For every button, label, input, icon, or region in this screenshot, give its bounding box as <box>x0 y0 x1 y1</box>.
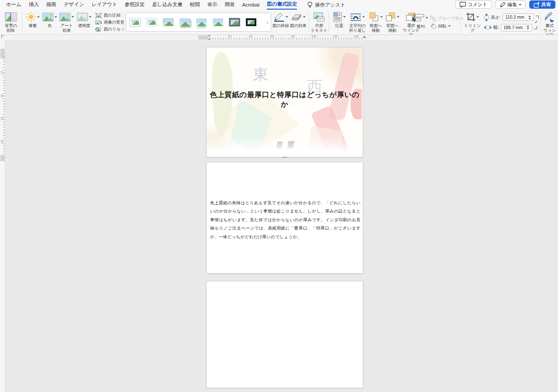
tell-me-assist[interactable]: 操作アシスト <box>307 1 345 8</box>
comments-button[interactable]: コメント <box>455 0 492 9</box>
tab-mailings[interactable]: 差し込み文書 <box>152 0 183 9</box>
share-label: 共有 <box>541 1 551 8</box>
page-3[interactable] <box>206 281 363 388</box>
chevron-down-icon <box>89 16 92 18</box>
lock-aspect-ratio-check[interactable]: ✓ <box>534 20 538 24</box>
ruler-margin-block <box>0 155 5 161</box>
shape-height-icon <box>484 14 489 21</box>
height-label: 高さ: <box>491 14 501 20</box>
document-canvas[interactable]: 20 40 60 80 ↓ 東 西 色上質紙の最厚口と特厚口はどっちが厚いのか <box>0 40 558 392</box>
artistic-effects-label: アート 効果 <box>61 24 73 33</box>
chevron-down-icon <box>303 16 306 18</box>
picture-style-soft-edge[interactable] <box>211 17 225 28</box>
align-button[interactable]: 整列 <box>413 12 428 29</box>
bring-forward-label: 前面へ 移動 <box>370 24 382 33</box>
tab-references[interactable]: 参照設定 <box>125 0 145 9</box>
tab-selector-icon[interactable] <box>1 35 4 38</box>
tab-insert[interactable]: 挿入 <box>29 0 39 9</box>
group-rotate-stack: グループ化 回転 <box>430 13 463 31</box>
tab-draw[interactable]: 描画 <box>46 0 56 9</box>
titlebar-actions: コメント 編集 共有 <box>455 0 555 9</box>
remove-background-icon <box>5 12 17 22</box>
bring-forward-button[interactable]: 前面へ 移動 <box>368 11 384 33</box>
align-icon <box>413 14 425 22</box>
picture-style-thin-frame[interactable] <box>162 17 175 28</box>
aspect-corner-icon <box>534 26 537 29</box>
page-break-notch[interactable] <box>282 157 287 158</box>
position-button[interactable]: 位置 <box>331 11 347 28</box>
tab-view[interactable]: 表示 <box>208 0 218 9</box>
transparency-button[interactable]: 透明度 <box>76 11 92 28</box>
ruler-ticks <box>210 38 364 40</box>
chevron-down-icon <box>362 16 365 18</box>
corrections-label: 修整 <box>29 24 37 28</box>
group-label: グループ化 <box>438 16 459 21</box>
picture-effects-button[interactable]: 図の効果 <box>289 11 307 28</box>
corrections-button[interactable]: 修整 <box>24 11 41 28</box>
send-backward-button[interactable]: 背面へ 移動 <box>384 11 400 33</box>
page-1: 東 西 色上質紙の最厚口と特厚口はどっちが厚いのか <box>206 47 363 157</box>
title-image[interactable]: 東 西 色上質紙の最厚口と特厚口はどっちが厚いのか <box>207 47 363 157</box>
size-stack: 高さ: 幅: <box>484 13 539 32</box>
height-input[interactable] <box>503 14 527 20</box>
ruler-number: 80 <box>0 140 3 143</box>
crop-label: トリミング <box>463 24 482 33</box>
page-2[interactable]: 色上質紙の色味はとりあえず見てその違いが分かるので、「どれにしたらいいのか分から… <box>206 162 363 274</box>
group-separator <box>22 12 22 31</box>
ruler-number: 60 <box>270 35 273 38</box>
pencil-icon <box>500 2 506 8</box>
rotate-icon <box>430 23 436 29</box>
ribbon-picture-format: 背景の 削除 修整 色 アート 効果 透明度 図の圧縮 画像の変更 <box>0 10 558 35</box>
picture-style-metal-frame[interactable] <box>228 17 241 28</box>
tab-acrobat[interactable]: Acrobat <box>242 1 260 9</box>
picture-style-simple-white-frame[interactable] <box>129 17 142 28</box>
align-label: 整列 <box>417 24 425 29</box>
tab-design[interactable]: デザイン <box>64 0 84 9</box>
picture-style-reflection[interactable] <box>195 17 208 28</box>
tab-developer[interactable]: 開発 <box>225 0 235 9</box>
height-stepper[interactable] <box>527 14 532 20</box>
group-button[interactable]: グループ化 <box>430 15 463 22</box>
group-separator <box>122 12 123 31</box>
vertical-ruler[interactable]: 20 40 60 80 <box>0 40 5 392</box>
position-icon <box>333 12 342 22</box>
width-stepper[interactable] <box>525 24 531 31</box>
alt-text-button[interactable]: 代替 テキスト <box>310 11 328 33</box>
picture-style-beveled-white-frame[interactable] <box>145 17 158 28</box>
gallery-more-button[interactable]: › <box>267 20 268 25</box>
artistic-effects-icon <box>59 13 71 21</box>
format-pane-button[interactable]: 書式 ウィンドウ <box>542 11 557 37</box>
reset-picture-icon <box>95 27 102 32</box>
tab-layout[interactable]: レイアウト <box>92 0 117 9</box>
wrap-text-icon <box>350 12 361 22</box>
aspect-corner-icon <box>536 16 539 19</box>
chevron-down-icon <box>397 16 399 18</box>
compress-picture-label: 図の圧縮 <box>104 13 120 18</box>
ruler-margin-block <box>198 35 208 40</box>
editing-mode-button[interactable]: 編集 <box>495 0 526 9</box>
artistic-effects-button[interactable]: アート 効果 <box>58 11 75 33</box>
right-indent-marker[interactable] <box>363 36 366 38</box>
tab-home[interactable]: ホーム <box>6 0 21 9</box>
height-row: 高さ: <box>484 14 539 21</box>
remove-background-button[interactable]: 背景の 削除 <box>2 11 20 33</box>
wrap-text-button[interactable]: 文字列の 折り返し <box>348 11 367 33</box>
crop-button[interactable]: トリミング <box>463 11 482 33</box>
tab-picture-format[interactable]: 図の書式設定 <box>267 0 297 10</box>
width-input[interactable] <box>501 24 525 31</box>
body-paragraph[interactable]: 色上質紙の色味はとりあえず見てその違いが分かるので、「どれにしたらいいのか分から… <box>210 199 361 241</box>
share-button[interactable]: 共有 <box>529 0 555 9</box>
sun-corrections-icon <box>26 12 36 22</box>
horizontal-ruler[interactable]: 20 40 60 80 100 120 140 <box>0 35 558 40</box>
ruler-number: 40 <box>249 35 252 38</box>
picture-border-button[interactable]: 図の枠線 <box>272 11 289 28</box>
transparency-label: 透明度 <box>78 24 91 28</box>
picture-style-black-frame[interactable] <box>245 17 258 28</box>
picture-style-drop-shadow[interactable] <box>178 17 191 28</box>
rotate-button[interactable]: 回転 <box>430 23 463 29</box>
ruler-number: 20 <box>0 71 3 74</box>
menu-bar: ホーム 挿入 描画 デザイン レイアウト 参照設定 差し込み文書 校閲 表示 開… <box>0 0 558 10</box>
tab-review[interactable]: 校閲 <box>190 0 200 9</box>
picture-border-label: 図の枠線 <box>272 24 289 28</box>
color-button[interactable]: 色 <box>42 11 58 28</box>
